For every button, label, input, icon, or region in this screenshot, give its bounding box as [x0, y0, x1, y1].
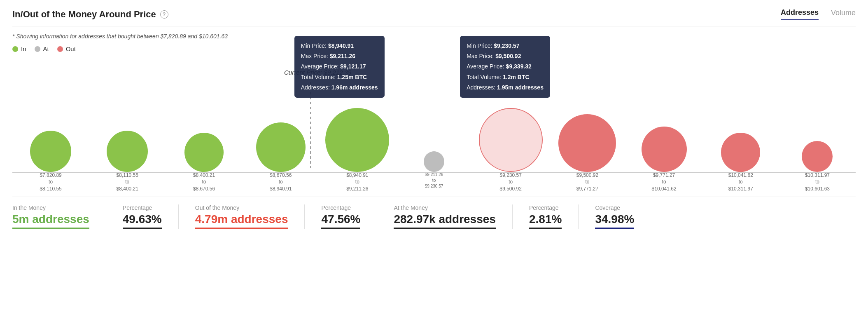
legend-label-in: In [21, 45, 26, 52]
subtitle: * Showing information for addresses that… [12, 33, 856, 40]
tooltip-left: Min Price: $8,940.91 Max Price: $9,211.2… [294, 36, 385, 98]
legend-label-at: At [43, 45, 49, 52]
summary-label-at-pct: Percentage [529, 204, 562, 211]
bubble-col-7 [549, 114, 625, 172]
summary-value-out: 4.79m addresses [195, 213, 288, 229]
tab-volume[interactable]: Volume [831, 9, 856, 20]
summary-value-in-pct: 49.63% [123, 213, 162, 229]
summary-col-in-pct: Percentage 49.63% [123, 204, 179, 229]
bubble-col-10 [779, 141, 856, 172]
tooltip-left-min: Min Price: $8,940.91 [301, 41, 378, 51]
x-label-7: $9,500.92to$9,771.27 [549, 172, 625, 193]
tooltip-left-avg: Average Price: $9,121.17 [301, 61, 378, 72]
bubble-0 [30, 131, 71, 172]
summary-col-coverage: Coverage 34.98% [595, 204, 651, 229]
summary-col-in-label: In the Money 5m addresses [12, 204, 106, 229]
summary-value-in: 5m addresses [12, 213, 89, 229]
chart-area: Current Price: $9,212.39 [12, 61, 856, 193]
bubble-9 [721, 133, 760, 172]
x-label-3: $8,670.56to$8,940.91 [243, 172, 319, 193]
tooltip-right-vol: Total Volume: 1.2m BTC [467, 72, 544, 82]
x-label-8: $9,771.27to$10,041.62 [626, 172, 702, 193]
bubble-10 [802, 141, 833, 172]
header-title-group: In/Out of the Money Around Price ? [12, 9, 168, 20]
legend-in: In [12, 45, 26, 52]
legend-at: At [35, 45, 49, 52]
x-axis: $7,820.89to$8,110.55 $8,110.55to$8,400.2… [12, 172, 856, 193]
tooltip-left-addr: Addresses: 1.96m addresses [301, 82, 378, 93]
summary-col-out-pct: Percentage 47.56% [321, 204, 377, 229]
summary-value-at-pct: 2.81% [529, 213, 562, 229]
bubble-5 [424, 151, 444, 172]
tab-group: Addresses Volume [781, 8, 856, 20]
bubbles-row: Min Price: $8,940.91 Max Price: $9,211.2… [12, 108, 856, 172]
summary-label-at: At the Money [394, 204, 496, 211]
x-label-6: $9,230.57to$9,500.92 [472, 172, 549, 193]
bubble-col-1 [89, 131, 166, 172]
tooltip-right-avg: Average Price: $9,339.32 [467, 61, 544, 72]
summary-col-at-pct: Percentage 2.81% [529, 204, 579, 229]
summary-label-in: In the Money [12, 204, 89, 211]
summary-col-out-label: Out of the Money 4.79m addresses [195, 204, 305, 229]
summary-value-at: 282.97k addresses [394, 213, 496, 229]
legend-dot-in [12, 46, 18, 52]
x-label-0: $7,820.89to$8,110.55 [12, 172, 89, 193]
header: In/Out of the Money Around Price ? Addre… [12, 8, 856, 26]
summary-value-coverage: 34.98% [595, 213, 634, 229]
bubble-col-8 [626, 127, 702, 172]
bubble-col-5 [396, 151, 472, 172]
summary-label-in-pct: Percentage [123, 204, 162, 211]
tooltip-right-min: Min Price: $9,230.57 [467, 41, 544, 51]
tab-addresses[interactable]: Addresses [781, 8, 819, 20]
summary-col-at-label: At the Money 282.97k addresses [394, 204, 513, 229]
summary-label-out-pct: Percentage [321, 204, 360, 211]
page-title: In/Out of the Money Around Price [12, 9, 156, 20]
bubble-1 [107, 131, 148, 172]
summary-label-coverage: Coverage [595, 204, 634, 211]
tooltip-right: Min Price: $9,230.57 Max Price: $9,500.9… [460, 36, 550, 98]
bubble-8 [642, 127, 687, 172]
legend: In At Out [12, 45, 856, 52]
bubble-7 [558, 114, 616, 172]
tooltip-left-vol: Total Volume: 1.25m BTC [301, 72, 378, 82]
legend-dot-at [35, 46, 40, 52]
tooltip-left-max: Max Price: $9,211.26 [301, 51, 378, 61]
summary-label-out: Out of the Money [195, 204, 288, 211]
main-container: In/Out of the Money Around Price ? Addre… [0, 0, 868, 237]
bubble-col-3 [243, 122, 319, 172]
tooltip-right-max: Max Price: $9,500.92 [467, 51, 544, 61]
legend-out: Out [57, 45, 76, 52]
bubble-3 [256, 122, 306, 172]
summary-row: In the Money 5m addresses Percentage 49.… [12, 197, 856, 229]
x-label-10: $10,311.97to$10,601.63 [779, 172, 856, 193]
bubble-2 [184, 133, 224, 172]
bubble-6 [479, 108, 543, 172]
legend-dot-out [57, 46, 63, 52]
bubble-4 [325, 108, 389, 172]
x-label-1: $8,110.55to$8,400.21 [89, 172, 166, 193]
x-label-2: $8,400.21to$8,670.56 [166, 172, 242, 193]
bubble-col-0 [12, 131, 89, 172]
x-label-5: $9,211.26to$9,230.57 [396, 172, 472, 193]
legend-label-out: Out [66, 45, 76, 52]
bubble-col-9 [702, 133, 779, 172]
help-icon[interactable]: ? [160, 10, 168, 19]
bubble-col-6: Min Price: $9,230.57 Max Price: $9,500.9… [472, 108, 549, 172]
x-label-9: $10,041.62to$10,311.97 [702, 172, 779, 193]
summary-value-out-pct: 47.56% [321, 213, 360, 229]
tooltip-right-addr: Addresses: 1.95m addresses [467, 82, 544, 93]
bubble-col-2 [166, 133, 242, 172]
bubble-col-4: Min Price: $8,940.91 Max Price: $9,211.2… [319, 108, 396, 172]
x-label-4: $8,940.91to$9,211.26 [319, 172, 396, 193]
